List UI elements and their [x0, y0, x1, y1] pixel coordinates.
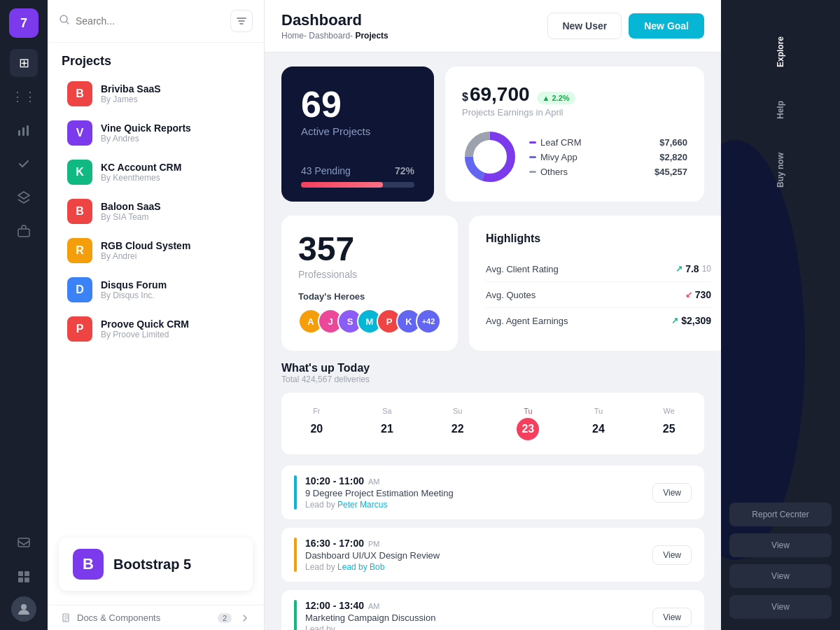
project-by: By SIA Team	[101, 212, 244, 222]
view-button-right[interactable]: View	[729, 533, 832, 557]
sidebar-icon-dashboard[interactable]: ⊞	[10, 49, 38, 77]
docs-count: 2	[218, 613, 232, 623]
project-logo: K	[67, 160, 92, 185]
cal-day-num: 24	[587, 418, 610, 440]
calendar-day[interactable]: We 25	[634, 401, 704, 446]
svg-rect-3	[18, 229, 29, 237]
event-content: 12:00 - 13:40 AM Marketing Campaign Disc…	[305, 600, 644, 630]
event-view: View	[652, 483, 692, 503]
event-view: View	[652, 545, 692, 565]
event-name: Marketing Campaign Discussion	[305, 612, 644, 623]
topbar: Dashboard Home- Dashboard- Projects New …	[265, 0, 721, 52]
calendar-day[interactable]: Tu 24	[564, 401, 634, 446]
earnings-label: Projects Earnings in April	[462, 107, 575, 118]
cal-day-name: Sa	[355, 407, 420, 415]
project-item[interactable]: D Disqus Forum By Disqus Inc.	[53, 270, 258, 309]
view-event-button[interactable]: View	[652, 545, 692, 565]
right-tab-help[interactable]: Help	[769, 90, 792, 130]
sidebar-user-avatar-bottom[interactable]	[11, 596, 36, 622]
cal-day-num: 25	[658, 418, 680, 440]
svg-rect-6	[24, 571, 29, 576]
calendar-day[interactable]: Su 22	[422, 401, 493, 446]
legend-leaf-crm: Leaf CRM $7,660	[529, 137, 687, 148]
search-input[interactable]	[76, 15, 225, 27]
highlight-value: ↙ 730	[685, 289, 711, 300]
event-lead: Lead by	[305, 624, 644, 630]
active-projects-number: 69	[301, 86, 414, 122]
cal-day-name: We	[636, 407, 701, 415]
sidebar-icon-grid2[interactable]	[10, 563, 38, 591]
highlight-value: ↗ $2,309	[671, 315, 711, 326]
filter-button[interactable]	[230, 10, 253, 32]
project-item[interactable]: P Proove Quick CRM By Proove Limited	[53, 309, 258, 349]
project-item[interactable]: B Briviba SaaS By James	[53, 74, 258, 113]
svg-rect-0	[18, 130, 20, 136]
event-view: View	[652, 608, 692, 627]
new-user-button[interactable]: New User	[547, 13, 622, 39]
events-list: 10:20 - 11:00 AM 9 Degree Project Estima…	[281, 465, 704, 630]
view-button-right3[interactable]: View	[729, 595, 832, 619]
project-logo: B	[67, 81, 92, 106]
project-item[interactable]: R RGB Cloud System By Andrei	[53, 231, 258, 270]
right-tab-buy[interactable]: Buy now	[769, 141, 792, 199]
sidebar-icon-layers[interactable]	[10, 183, 38, 211]
left-panel: Projects B Briviba SaaS By James V Vine …	[48, 0, 265, 630]
calendar-day[interactable]: Sa 21	[352, 401, 423, 446]
view-event-button[interactable]: View	[652, 483, 692, 503]
project-item[interactable]: K KC Account CRM By Keenthemes	[53, 153, 258, 192]
calendar-section: What's up Today Total 424,567 deliveries…	[265, 362, 721, 630]
cal-day-num: 23	[517, 418, 539, 440]
donut-chart	[462, 129, 518, 185]
event-lead: Lead by Lead by Bob	[305, 562, 644, 572]
projects-title: Projects	[48, 43, 264, 74]
event-content: 16:30 - 17:00 PM Dashboard UI/UX Design …	[305, 538, 644, 572]
event-item: 16:30 - 17:00 PM Dashboard UI/UX Design …	[281, 528, 704, 582]
docs-row[interactable]: Docs & Components 2	[48, 605, 264, 630]
project-item[interactable]: V Vine Quick Reports By Andres	[53, 113, 258, 153]
project-item[interactable]: B Baloon SaaS By SIA Team	[53, 192, 258, 231]
highlight-row: Avg. Quotes ↙ 730	[486, 282, 711, 308]
sidebar-icon-check[interactable]	[10, 150, 38, 178]
cal-day-name: Tu	[496, 407, 561, 415]
professionals-label: Professionals	[298, 269, 441, 280]
sidebar-user-avatar[interactable]: 7	[9, 8, 38, 38]
project-by: By Proove Limited	[101, 330, 244, 340]
highlight-label: Avg. Agent Earnings	[486, 316, 568, 326]
sidebar-icon-chart[interactable]	[10, 116, 38, 144]
report-center-button[interactable]: Report Cecnter	[729, 503, 832, 526]
view-event-button[interactable]: View	[652, 608, 692, 627]
project-logo: D	[67, 277, 92, 302]
new-goal-button[interactable]: New Goal	[629, 13, 704, 38]
progress-fill	[301, 182, 383, 188]
highlights-title: Highlights	[486, 232, 711, 245]
project-by: By Andres	[101, 134, 244, 144]
whatsup-subtitle: Total 424,567 deliveries	[281, 374, 704, 384]
right-tab-explore[interactable]: Explore	[769, 25, 792, 78]
svg-rect-8	[24, 578, 29, 582]
event-item: 12:00 - 13:40 AM Marketing Campaign Disc…	[281, 590, 704, 630]
event-bar	[294, 600, 297, 630]
sidebar-icon-message[interactable]	[10, 529, 38, 557]
view-button-right2[interactable]: View	[729, 564, 832, 588]
dashboard-row2: 357 Professionals Today's Heroes AJSMPK+…	[265, 216, 721, 362]
earnings-badge: ▲ 2.2%	[537, 92, 575, 104]
svg-rect-7	[18, 578, 23, 582]
earnings-dollar: $	[462, 91, 468, 104]
cal-day-num: 22	[447, 418, 469, 440]
sidebar-icon-grid[interactable]: ⋮⋮	[10, 83, 38, 111]
calendar-day[interactable]: Fr 20	[281, 401, 352, 446]
event-time: 16:30 - 17:00 PM	[305, 538, 644, 549]
cal-day-num: 20	[305, 418, 328, 440]
project-by: By Keenthemes	[101, 173, 244, 183]
sidebar-icon-briefcase[interactable]	[10, 217, 38, 245]
professionals-number: 357	[298, 232, 441, 266]
event-bar	[294, 538, 297, 572]
highlight-value: ↗ 7.8 10	[676, 263, 711, 274]
event-lead: Lead by Peter Marcus	[305, 500, 644, 510]
calendar-day[interactable]: Tu 23	[493, 401, 564, 446]
bootstrap-card[interactable]: B Bootstrap 5	[59, 538, 253, 591]
svg-rect-2	[27, 125, 29, 136]
project-logo: V	[67, 120, 92, 146]
project-name: KC Account CRM	[101, 162, 244, 173]
bootstrap-label: Bootstrap 5	[113, 556, 191, 573]
